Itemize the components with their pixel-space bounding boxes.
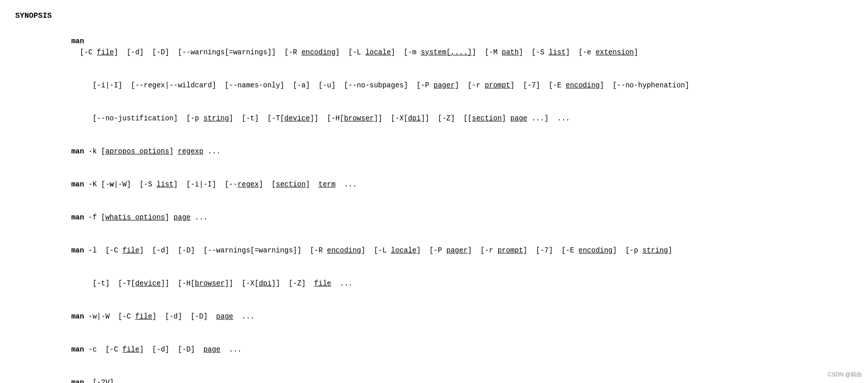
section-link-2: section (276, 180, 306, 188)
dpi-link-2: dpi (259, 279, 271, 288)
pager-link-2: pager (446, 246, 468, 254)
synopsis-line-9: man -w|-W [-C file] [-d] [-D] page ... (46, 300, 853, 333)
whatis-link: whatis options (106, 213, 165, 221)
file-link-5: file (122, 345, 140, 354)
prompt-link-2: prompt (498, 246, 523, 254)
locale-link-2: locale (391, 246, 416, 254)
synopsis-line-8: [-t] [-T[device]] [-H[browser]] [-X[dpi]… (46, 267, 853, 300)
man-keyword-4: man (71, 213, 84, 221)
regexp-link: regexp (178, 147, 203, 155)
device-link-2: device (135, 279, 160, 288)
man-keyword-1: man (71, 37, 84, 45)
man-keyword-8: man (71, 378, 84, 383)
synopsis-block: man [-C file] [-d] [-D] [--warnings[=war… (46, 25, 853, 383)
encoding-link-2: encoding (566, 81, 600, 89)
synopsis-line-10: man -c [-C file] [-d] [-D] page ... (46, 334, 853, 367)
file-link-3: file (314, 279, 331, 288)
file-link-4: file (135, 312, 152, 321)
man-keyword-3: man (71, 180, 84, 188)
synopsis-heading: SYNOPSIS (15, 10, 853, 22)
string-link-2: string (642, 246, 668, 254)
encoding-link-3: encoding (327, 246, 361, 254)
system-link-1: system[,...] (421, 48, 472, 56)
synopsis-line-11: man [-?V] (46, 367, 853, 383)
file-link-2: file (122, 246, 140, 254)
man-keyword-2: man (71, 147, 84, 155)
synopsis-line-7: man -l [-C file] [-d] [-D] [--warnings[=… (46, 234, 853, 267)
synopsis-line-6: man -f [whatis options] page ... (46, 201, 853, 234)
file-link-1: file (97, 48, 114, 56)
list-link-2: list (156, 180, 173, 188)
locale-link-1: locale (365, 48, 391, 56)
string-link-1: string (203, 114, 229, 122)
section-link-1: section (472, 114, 502, 122)
page-link-1: page (510, 114, 528, 122)
watermark: CSDN @稿由 (828, 370, 862, 379)
extension-link-1: extension (596, 48, 634, 56)
synopsis-section: SYNOPSIS man [-C file] [-d] [-D] [--warn… (15, 10, 853, 383)
path-link-1: path (502, 48, 519, 56)
man-keyword-5: man (71, 246, 84, 254)
man-keyword-6: man (71, 312, 84, 321)
page-link-2: page (173, 213, 191, 221)
apropos-link: apropos options (106, 147, 169, 155)
synopsis-line-4: man -k [apropos options] regexp ... (46, 135, 853, 168)
encoding-link-4: encoding (578, 246, 612, 254)
synopsis-line-5: man -K [-w|-W] [-S list] [-i|-I] [--rege… (46, 168, 853, 201)
page-link-4: page (203, 345, 221, 354)
device-link-1: device (285, 114, 310, 122)
regex-link-1: regex (237, 180, 259, 188)
pager-link-1: pager (434, 81, 455, 89)
browser-link-2: browser (195, 279, 225, 288)
man-keyword-7: man (71, 345, 84, 354)
synopsis-line-2: [-i|-I] [--regex|--wildcard] [--names-on… (46, 69, 853, 102)
dpi-link-1: dpi (408, 114, 421, 122)
prompt-link-1: prompt (484, 81, 510, 89)
synopsis-line-3: [--no-justification] [-p string] [-t] [-… (46, 102, 853, 135)
encoding-link-1: encoding (301, 48, 335, 56)
term-link: term (319, 180, 336, 188)
synopsis-line-1: man [-C file] [-d] [-D] [--warnings[=war… (46, 25, 853, 69)
page-link-3: page (216, 312, 233, 321)
list-link-1: list (548, 48, 566, 56)
synopsis-text-1: [-C (71, 48, 96, 56)
browser-link-1: browser (344, 114, 374, 122)
